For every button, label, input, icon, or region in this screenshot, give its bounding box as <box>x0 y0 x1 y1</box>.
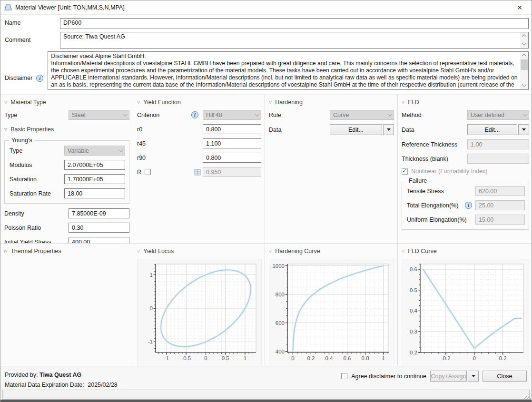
section-hardening-curve[interactable]: ▽ Hardening Curve <box>269 248 394 255</box>
collapse-icon: ▽ <box>269 100 272 104</box>
comment-scrollbar[interactable] <box>520 32 528 48</box>
section-fld[interactable]: ▽ FLD <box>402 99 529 106</box>
disclaimer-info-icon[interactable]: i <box>36 75 43 82</box>
input-value: 400.00 <box>72 239 90 243</box>
total-elongation-info-icon[interactable]: i <box>465 202 472 209</box>
disclaimer-textbox[interactable]: Disclaimer voest Alpine Stahl GmbH: Info… <box>48 51 529 90</box>
scroll-down-icon[interactable] <box>520 82 528 89</box>
copy-assign-splitbutton: Copy+Assign <box>430 371 479 382</box>
section-title: Basic Properties <box>10 126 54 133</box>
section-title: Hardening <box>275 99 303 106</box>
modulus-input[interactable]: 2.07000E+05 <box>64 160 125 170</box>
hardening-edit-button[interactable]: Edit... <box>330 124 382 135</box>
provided-by-value: Tiwa Quest AG <box>39 372 81 378</box>
section-title: FLD Curve <box>408 248 436 255</box>
tensile-stress-label: Tensile Stress <box>406 188 475 195</box>
collapse-icon: ▽ <box>4 100 7 104</box>
uniform-elongation-label: Uniform Elongation(%) <box>406 216 475 223</box>
chevron-down-icon <box>255 112 259 116</box>
scroll-down-icon[interactable] <box>520 41 528 48</box>
input-value: 0.30 <box>72 225 83 231</box>
title-bar: Material Viewer [Unit: TON,MM,S,N,MPA] ✕ <box>0 0 532 15</box>
svg-text:400: 400 <box>276 349 285 354</box>
close-button[interactable]: Close <box>483 371 527 382</box>
expiration-value: 2025/02/28 <box>88 382 118 388</box>
total-elongation-label: Total Elongation(%) <box>406 202 465 209</box>
scroll-up-icon[interactable] <box>520 52 528 59</box>
svg-text:1: 1 <box>244 355 246 361</box>
svg-text:600: 600 <box>276 320 285 326</box>
name-input[interactable]: DP600 <box>60 18 529 29</box>
collapse-icon: ▽ <box>4 127 7 131</box>
rbar-label: R̄ <box>137 169 141 176</box>
chevron-down-icon <box>388 112 392 116</box>
input-value: 1.00 <box>471 141 482 148</box>
copy-assign-dropdown-button[interactable] <box>468 371 479 382</box>
poisson-ratio-label: Poisson Ratio <box>4 225 69 231</box>
input-value: 1.100 <box>206 140 221 147</box>
name-label: Name <box>0 18 60 29</box>
agree-disclaimer-label: Agree disclaimer to continue <box>351 373 426 380</box>
comment-value: Source: Tiwa Quest AG <box>60 32 528 41</box>
section-yield-function[interactable]: ▽ Yield Function <box>137 99 261 106</box>
section-material-type[interactable]: ▽ Material Type <box>4 99 129 106</box>
button-label: Edit... <box>348 127 364 133</box>
table-edit-icon <box>194 169 201 176</box>
close-window-icon[interactable]: ✕ <box>512 4 527 11</box>
comment-label: Comment <box>0 32 60 49</box>
input-value: 25.00 <box>479 202 493 209</box>
section-fld-curve[interactable]: ▽ FLD Curve <box>402 248 529 255</box>
poisson-ratio-input[interactable]: 0.30 <box>69 223 129 233</box>
saturation-label: Saturation <box>9 176 64 183</box>
youngs-type-label: Type <box>9 147 64 154</box>
r45-label: r45 <box>137 140 203 147</box>
svg-text:-0.2: -0.2 <box>441 355 451 361</box>
saturation-input[interactable]: 1.70000E+05 <box>64 174 125 184</box>
section-thermal-properties[interactable]: ▷ Thermal Properties <box>4 248 129 255</box>
method-label: Method <box>402 112 467 118</box>
thickness-blank-input <box>467 154 529 164</box>
type-label: Type <box>4 112 69 118</box>
hardening-edit-dropdown-button[interactable] <box>383 124 394 135</box>
criterion-label: Criterion <box>137 112 191 118</box>
fld-edit-button[interactable]: Edit... <box>467 124 517 135</box>
youngs-legend: Young's <box>10 137 34 144</box>
uniform-elongation-input: 15.00 <box>475 215 525 225</box>
disclaimer-scrollbar[interactable] <box>520 52 528 89</box>
copy-assign-button: Copy+Assign <box>430 371 467 382</box>
comment-input[interactable]: Source: Tiwa Quest AG <box>60 32 529 49</box>
section-basic-properties[interactable]: ▽ Basic Properties <box>4 126 129 133</box>
provided-by-label: Provided by: <box>5 372 38 378</box>
density-input[interactable]: 7.85000E-09 <box>69 208 129 218</box>
r90-input[interactable]: 0.800 <box>203 153 261 163</box>
r45-input[interactable]: 1.100 <box>203 138 261 148</box>
section-yield-locus[interactable]: ▽ Yield Locus <box>137 248 261 255</box>
input-value: 7.85000E-09 <box>72 210 106 217</box>
select-value: Steel <box>72 112 86 118</box>
dropdown-arrow-icon <box>522 128 526 131</box>
window-bottom-edge <box>0 400 532 402</box>
section-hardening[interactable]: ▽ Hardening <box>269 99 394 106</box>
r0-input[interactable]: 0.800 <box>203 124 261 134</box>
material-type-column: ▽ Material Type Type Steel ▽ Basic Prope… <box>0 95 133 243</box>
saturation-rate-input[interactable]: 18.00 <box>64 188 125 198</box>
input-value: 2.07000E+05 <box>68 162 103 168</box>
expiration-label: Material Data Expiration Date: <box>5 382 84 388</box>
criterion-info-icon[interactable]: i <box>191 111 198 118</box>
button-label: Close <box>497 373 512 380</box>
scrollbar-thumb[interactable] <box>521 59 528 70</box>
window-title: Material Viewer [Unit: TON,MM,S,N,MPA] <box>15 4 125 11</box>
yield-locus-chart: -1-0.500.51-101 <box>138 261 260 363</box>
fld-edit-dropdown-button[interactable] <box>518 124 529 135</box>
hardening-data-label: Data <box>269 127 330 133</box>
chevron-down-icon <box>123 112 127 116</box>
initial-yield-stress-input[interactable]: 400.00 <box>69 237 129 243</box>
input-value: 15.00 <box>479 216 493 223</box>
collapsed-icon: ▷ <box>4 249 7 253</box>
scroll-up-icon[interactable] <box>520 32 528 39</box>
input-value: 18.00 <box>68 190 82 197</box>
rbar-checkbox[interactable] <box>145 169 151 175</box>
top-form: Name DP600 Comment Source: Tiwa Quest AG… <box>0 15 532 94</box>
agree-disclaimer-checkbox[interactable] <box>341 373 347 379</box>
collapse-icon: ▽ <box>402 249 404 253</box>
